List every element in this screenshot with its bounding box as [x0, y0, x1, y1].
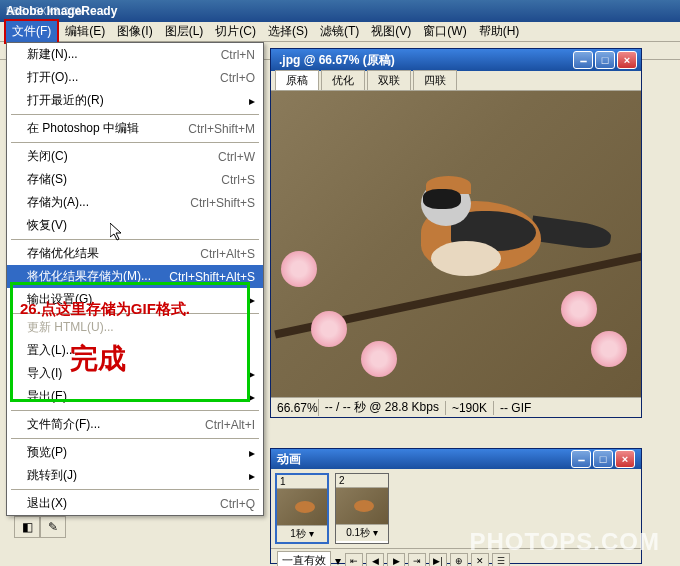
anim-control-button[interactable]: ◀ — [366, 553, 384, 567]
menu-item-shortcut: Ctrl+O — [220, 71, 255, 85]
maximize-button[interactable]: □ — [595, 51, 615, 69]
menu-item-shortcut: Ctrl+Alt+S — [200, 247, 255, 261]
menu-item-label: 预览(P) — [27, 444, 249, 461]
document-tabs: 原稿优化双联四联 — [271, 71, 641, 91]
download-rate[interactable]: -- / -- 秒 @ 28.8 Kbps — [318, 399, 445, 416]
doc-tab[interactable]: 原稿 — [275, 70, 319, 90]
menu-w[interactable]: 窗口(W) — [417, 21, 472, 42]
submenu-arrow-icon: ▸ — [249, 390, 255, 404]
menu-item[interactable]: 输出设置(G)▸ — [7, 288, 263, 311]
flower-shape — [561, 291, 597, 327]
dropdown-arrow-icon[interactable]: ▾ — [335, 554, 341, 567]
menu-item[interactable]: 预览(P)▸ — [7, 441, 263, 464]
menu-item-label: 更新 HTML(U)... — [27, 319, 255, 336]
submenu-arrow-icon: ▸ — [249, 469, 255, 483]
menu-item[interactable]: 存储优化结果Ctrl+Alt+S — [7, 242, 263, 265]
menu-item-label: 导入(I) — [27, 365, 249, 382]
file-format: -- GIF — [493, 401, 537, 415]
menu-item[interactable]: 在 Photoshop 中编辑Ctrl+Shift+M — [7, 117, 263, 140]
menu-item-shortcut: Ctrl+Shift+S — [190, 196, 255, 210]
doc-tab[interactable]: 四联 — [413, 70, 457, 90]
menu-s[interactable]: 选择(S) — [262, 21, 314, 42]
anim-control-button[interactable]: ☰ — [492, 553, 510, 567]
anim-control-button[interactable]: ⇤ — [345, 553, 363, 567]
menu-i[interactable]: 图像(I) — [111, 21, 158, 42]
menu-item-label: 输出设置(G) — [27, 291, 249, 308]
menu-separator — [11, 114, 259, 115]
anim-control-button[interactable]: ⊕ — [450, 553, 468, 567]
menu-f[interactable]: 文件(F) — [4, 19, 59, 44]
menu-item[interactable]: 退出(X)Ctrl+Q — [7, 492, 263, 515]
submenu-arrow-icon: ▸ — [249, 293, 255, 307]
menu-item: 更新 HTML(U)... — [7, 316, 263, 339]
menu-item[interactable]: 将优化结果存储为(M)...Ctrl+Shift+Alt+S — [7, 265, 263, 288]
panel-minimize-button[interactable]: ‒ — [571, 450, 591, 468]
menu-item[interactable]: 新建(N)...Ctrl+N — [7, 43, 263, 66]
frame-thumbnail — [277, 489, 327, 525]
frame-number: 1 — [277, 475, 327, 489]
close-button[interactable]: × — [617, 51, 637, 69]
menu-item[interactable]: 打开最近的(R)▸ — [7, 89, 263, 112]
menu-item-label: 存储为(A)... — [27, 194, 178, 211]
menu-item[interactable]: 跳转到(J)▸ — [7, 464, 263, 487]
menubar: 文件(F)编辑(E)图像(I)图层(L)切片(C)选择(S)滤镜(T)视图(V)… — [0, 22, 680, 42]
menu-item-label: 退出(X) — [27, 495, 208, 512]
document-title: .jpg @ 66.67% (原稿) — [275, 52, 571, 69]
doc-tab[interactable]: 双联 — [367, 70, 411, 90]
submenu-arrow-icon: ▸ — [249, 367, 255, 381]
menu-item-label: 存储优化结果 — [27, 245, 188, 262]
menu-c[interactable]: 切片(C) — [209, 21, 262, 42]
anim-control-button[interactable]: ⇥ — [408, 553, 426, 567]
anim-control-button[interactable]: ▶ — [387, 553, 405, 567]
bird-shape — [423, 189, 461, 209]
menu-item[interactable]: 关闭(C)Ctrl+W — [7, 145, 263, 168]
menu-separator — [11, 239, 259, 240]
panel-close-button[interactable]: × — [615, 450, 635, 468]
animation-titlebar[interactable]: 动画 ‒ □ × — [271, 449, 641, 469]
menu-separator — [11, 438, 259, 439]
frame-delay[interactable]: 1秒 ▾ — [277, 525, 327, 542]
edit-in-photoshop-tool[interactable]: ✎ — [40, 516, 66, 538]
menu-item[interactable]: 置入(L)... — [7, 339, 263, 362]
panel-maximize-button[interactable]: □ — [593, 450, 613, 468]
file-size: ~190K — [445, 401, 493, 415]
menu-item[interactable]: 恢复(V) — [7, 214, 263, 237]
document-canvas[interactable] — [271, 91, 641, 397]
menu-item-label: 打开最近的(R) — [27, 92, 249, 109]
loop-selector[interactable]: 一直有效 — [277, 551, 331, 566]
imagemap-visibility-tool[interactable]: ◧ — [14, 516, 40, 538]
menu-item-label: 将优化结果存储为(M)... — [27, 268, 157, 285]
doc-tab[interactable]: 优化 — [321, 70, 365, 90]
animation-controls: 一直有效 ▾ ⇤◀▶⇥▶|⊕✕☰ — [271, 548, 641, 566]
bird-shape — [431, 241, 501, 276]
menu-item[interactable]: 存储为(A)...Ctrl+Shift+S — [7, 191, 263, 214]
menu-l[interactable]: 图层(L) — [159, 21, 210, 42]
menu-item-label: 导出(E) — [27, 388, 249, 405]
document-titlebar[interactable]: .jpg @ 66.67% (原稿) ‒ □ × — [271, 49, 641, 71]
menu-e[interactable]: 编辑(E) — [59, 21, 111, 42]
menu-separator — [11, 313, 259, 314]
anim-control-button[interactable]: ✕ — [471, 553, 489, 567]
menu-item[interactable]: 存储(S)Ctrl+S — [7, 168, 263, 191]
animation-frame[interactable]: 11秒 ▾ — [275, 473, 329, 544]
menu-item-label: 文件简介(F)... — [27, 416, 193, 433]
minimize-button[interactable]: ‒ — [573, 51, 593, 69]
zoom-level[interactable]: 66.67% — [277, 401, 318, 415]
frame-delay[interactable]: 0.1秒 ▾ — [336, 524, 388, 541]
menu-item-shortcut: Ctrl+W — [218, 150, 255, 164]
menu-h[interactable]: 帮助(H) — [473, 21, 526, 42]
menu-item[interactable]: 导入(I)▸ — [7, 362, 263, 385]
anim-control-button[interactable]: ▶| — [429, 553, 447, 567]
animation-frame[interactable]: 20.1秒 ▾ — [335, 473, 389, 544]
submenu-arrow-icon: ▸ — [249, 94, 255, 108]
menu-t[interactable]: 滤镜(T) — [314, 21, 365, 42]
menu-item-shortcut: Ctrl+S — [221, 173, 255, 187]
menu-item[interactable]: 导出(E)▸ — [7, 385, 263, 408]
animation-title: 动画 — [277, 451, 569, 468]
menu-item[interactable]: 文件简介(F)...Ctrl+Alt+I — [7, 413, 263, 436]
app-titlebar: Adobe ImageReady — [0, 0, 680, 22]
animation-panel: 动画 ‒ □ × 11秒 ▾20.1秒 ▾ 一直有效 ▾ ⇤◀▶⇥▶|⊕✕☰ — [270, 448, 642, 564]
submenu-arrow-icon: ▸ — [249, 446, 255, 460]
menu-v[interactable]: 视图(V) — [365, 21, 417, 42]
menu-item[interactable]: 打开(O)...Ctrl+O — [7, 66, 263, 89]
